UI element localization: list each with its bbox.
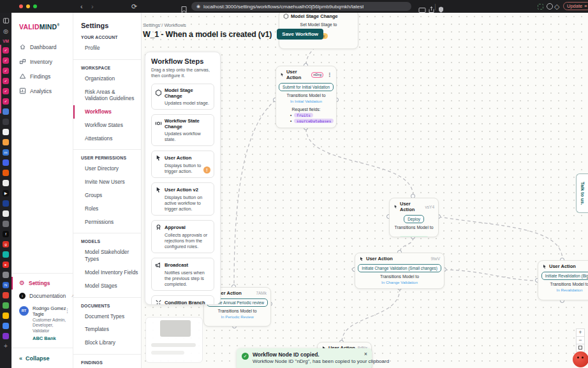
settings-nav-item-profile[interactable]: Profile bbox=[73, 41, 141, 55]
tab-favicon[interactable]: ▶ bbox=[3, 190, 9, 196]
tab-favicon[interactable]: g bbox=[3, 241, 9, 247]
new-tab-button[interactable]: + bbox=[4, 342, 8, 350]
extension-diamond-icon[interactable]: ◇ bbox=[554, 0, 559, 13]
minimize-window-button[interactable] bbox=[26, 4, 30, 8]
address-bar[interactable]: ◉ localhost:3000/settings/workflows/cmae… bbox=[191, 2, 411, 11]
periodic-review-link[interactable]: In Periodic Review bbox=[204, 314, 270, 319]
tab-favicon[interactable] bbox=[3, 251, 9, 258]
sidebar-item-documentation[interactable]: i Documentation ↗ bbox=[11, 290, 73, 302]
settings-nav-item-model-stages[interactable]: Model Stages bbox=[73, 279, 141, 293]
tab-favicon[interactable] bbox=[3, 272, 9, 278]
tab-favicon[interactable] bbox=[3, 159, 9, 166]
target-icon[interactable]: ◎ bbox=[3, 28, 10, 35]
user-menu-icon[interactable]: ⋮ bbox=[64, 307, 70, 314]
step-card-condition-branch[interactable]: Condition Branch Forks workflow dependin… bbox=[151, 295, 214, 305]
step-card-approval[interactable]: Approval Collects approvals or rejection… bbox=[151, 220, 214, 253]
tab-favicon[interactable] bbox=[3, 139, 9, 145]
sidebar-item-settings[interactable]: ⚙ Settings bbox=[11, 277, 73, 290]
settings-nav-item-block-library[interactable]: Block Library bbox=[73, 336, 141, 350]
settings-nav-item-roles[interactable]: Roles bbox=[73, 202, 141, 216]
forward-icon[interactable]: › bbox=[91, 0, 94, 13]
tab-favicon[interactable] bbox=[3, 170, 9, 176]
extension-circle-icon[interactable] bbox=[547, 3, 553, 10]
github-tab-favicon[interactable] bbox=[3, 210, 9, 217]
user-profile-block[interactable]: RT Rodrigo Gomez Tagle Customer Admin, D… bbox=[11, 302, 73, 344]
tab-favicon[interactable]: N bbox=[3, 282, 9, 288]
node-user-action-revalidation[interactable]: User Action Initiate Revalidation (Big c… bbox=[538, 260, 588, 300]
settings-nav-item-workflow-states[interactable]: Workflow States bbox=[73, 119, 141, 132]
save-workflow-button[interactable]: Save Workflow bbox=[277, 29, 323, 40]
back-icon[interactable]: ‹ bbox=[80, 0, 83, 13]
revalidation-link[interactable]: In Revalidation bbox=[538, 288, 588, 292]
step-card-user-action-v2[interactable]: User Action v2 Displays button on active… bbox=[151, 182, 214, 216]
tab-favicon[interactable] bbox=[3, 221, 9, 227]
tab-favicon[interactable] bbox=[3, 108, 9, 115]
step-card-model-stage-change[interactable]: Model Stage Change Updates model stage. bbox=[151, 84, 214, 110]
reload-icon[interactable]: ⟳ bbox=[131, 0, 137, 13]
breadcrumb-workflows[interactable]: Workflows bbox=[164, 22, 186, 28]
step-card-broadcast[interactable]: Broadcast Notifies users when the previo… bbox=[151, 258, 214, 291]
validmind-tab-favicon[interactable]: ✓ bbox=[3, 68, 9, 74]
validmind-tab-favicon[interactable]: ✓ bbox=[3, 47, 9, 54]
settings-nav-item-organization[interactable]: Organization bbox=[73, 72, 141, 85]
tab-favicon[interactable] bbox=[3, 302, 9, 309]
settings-nav-item-risk-areas[interactable]: Risk Areas & Validation Guidelines bbox=[73, 85, 141, 106]
settings-nav-item-templates[interactable]: Templates bbox=[73, 323, 141, 336]
collapse-sidebar-button[interactable]: « Collapse bbox=[11, 351, 73, 365]
tab-favicon[interactable]: m bbox=[3, 149, 9, 156]
tab-favicon[interactable] bbox=[3, 292, 9, 298]
github-tab-favicon[interactable] bbox=[3, 180, 9, 186]
submit-initial-validation-button[interactable]: Submit for Initial Validation bbox=[279, 83, 334, 91]
talk-to-us-tab[interactable]: Talk to us. bbox=[576, 173, 588, 213]
validmind-tab-favicon[interactable]: ✓ bbox=[3, 57, 9, 64]
close-window-button[interactable] bbox=[19, 4, 23, 8]
change-validation-link[interactable]: In Change Validation bbox=[355, 280, 444, 284]
initial-validation-link[interactable]: In Initial Validation bbox=[276, 99, 336, 103]
settings-nav-item-model-inventory-fields[interactable]: Model Inventory Fields bbox=[73, 266, 141, 279]
validmind-tab-favicon[interactable]: ✓ bbox=[3, 78, 9, 84]
settings-nav-item-permissions[interactable]: Permissions bbox=[73, 216, 141, 229]
node-menu-icon[interactable]: ⋮ bbox=[327, 72, 332, 78]
step-card-user-action[interactable]: User Action Displays button to trigger a… bbox=[151, 151, 214, 178]
settings-nav-item-model-stakeholder-types[interactable]: Model Stakeholder Types bbox=[73, 246, 141, 266]
sidebar-item-analytics[interactable]: Analytics bbox=[11, 84, 73, 98]
step-card-workflow-state-change[interactable]: Workflow State Change Updates workflow s… bbox=[151, 114, 214, 146]
workflow-canvas[interactable]: Model Stage Change Set Model Stage to ⊘ … bbox=[142, 13, 588, 368]
settings-nav-item-document-types[interactable]: Document Types bbox=[73, 310, 141, 323]
settings-nav-item-groups[interactable]: Groups bbox=[73, 189, 141, 202]
validmind-tab-favicon[interactable]: ✓ bbox=[3, 88, 9, 94]
youtube-tab-favicon[interactable]: ▸ bbox=[3, 261, 9, 268]
breadcrumb-settings[interactable]: Settings bbox=[143, 22, 160, 28]
node-id-badge[interactable]: nDrg bbox=[311, 72, 323, 78]
browser-update-button[interactable]: Update≡ bbox=[563, 2, 588, 10]
maximize-window-button[interactable] bbox=[33, 4, 37, 8]
cast-icon[interactable] bbox=[418, 4, 426, 17]
tab-favicon[interactable]: f bbox=[3, 231, 9, 237]
extension-placeholder-icon[interactable] bbox=[538, 4, 543, 10]
mascot-badge-icon[interactable] bbox=[573, 351, 588, 367]
tab-favicon[interactable] bbox=[3, 323, 9, 329]
share-icon[interactable] bbox=[429, 3, 434, 16]
shield-icon[interactable] bbox=[438, 3, 444, 16]
node-user-action-deploy[interactable]: User Action vsY4 Deploy Transitions Mode… bbox=[389, 198, 439, 237]
site-info-icon[interactable]: ◉ bbox=[196, 4, 200, 9]
settings-nav-item-workflows[interactable]: Workflows bbox=[73, 105, 141, 119]
deploy-button[interactable]: Deploy bbox=[404, 215, 424, 223]
close-icon[interactable]: × bbox=[364, 351, 367, 357]
tab-favicon[interactable] bbox=[3, 333, 9, 339]
node-user-action-change-validation[interactable]: User Action 9twV Initiate Change Validat… bbox=[355, 253, 445, 289]
tab-favicon[interactable] bbox=[3, 119, 9, 125]
node-user-action-initial-validation[interactable]: User Action nDrg ⋮ Submit for Initial Va… bbox=[276, 66, 337, 128]
tab-favicon[interactable] bbox=[3, 200, 9, 207]
github-tab-favicon[interactable] bbox=[3, 129, 9, 135]
sidebar-item-dashboard[interactable]: Dashboard bbox=[11, 40, 73, 54]
revalidation-button[interactable]: Initiate Revalidation (Big ch bbox=[541, 272, 588, 280]
tab-favicon[interactable] bbox=[3, 313, 9, 319]
sidebar-toggle-icon[interactable] bbox=[3, 17, 10, 24]
sidebar-item-inventory[interactable]: Inventory bbox=[11, 54, 73, 69]
bookmark-icon[interactable] bbox=[181, 3, 187, 16]
settings-nav-item-attestations[interactable]: Attestations bbox=[73, 132, 141, 145]
change-validation-button[interactable]: Initiate Change Validation (Small change… bbox=[358, 264, 441, 272]
settings-nav-item-user-directory[interactable]: User Directory bbox=[73, 162, 141, 175]
sidebar-item-findings[interactable]: Findings bbox=[11, 69, 73, 84]
